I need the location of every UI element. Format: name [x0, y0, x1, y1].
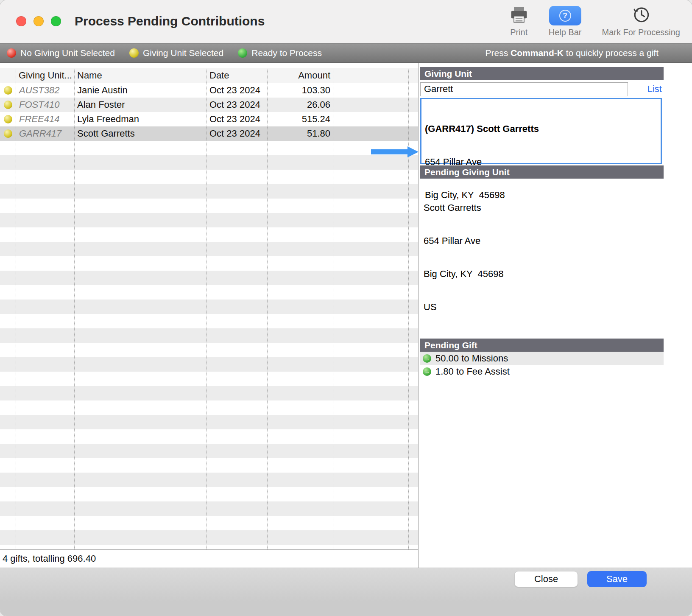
result-title: (GARR417) Scott Garretts [425, 123, 657, 134]
green-status-icon [238, 48, 247, 58]
giving-unit-section-header: Giving Unit [420, 67, 664, 80]
row-name: Lyla Freedman [74, 112, 206, 126]
print-button[interactable]: Print [510, 6, 528, 37]
gift-item-label: 1.80 to Fee Assist [435, 366, 510, 377]
row-date: Oct 23 2024 [206, 83, 267, 98]
clock-icon [632, 5, 650, 25]
header-name[interactable]: Name [74, 68, 206, 83]
row-amount: 515.24 [267, 112, 334, 126]
status-cell [0, 83, 16, 98]
save-button[interactable]: Save [587, 571, 647, 587]
titlebar: Process Pending Contributions Print ? [0, 0, 692, 43]
legend-label: Ready to Process [251, 48, 322, 58]
yellow-status-icon [4, 86, 12, 95]
row-amount: 103.30 [267, 83, 334, 98]
close-button[interactable]: Close [514, 571, 578, 587]
detail-panel: Giving Unit List (GARR417) Scott Garrett… [418, 63, 692, 568]
pending-giving-unit-section-header: Pending Giving Unit [420, 165, 664, 179]
pending-gift-section-header: Pending Gift [420, 339, 664, 352]
yellow-status-icon [4, 101, 12, 109]
row-unit-code: GARR417 [16, 126, 74, 141]
pending-gift-item[interactable]: → 1.80 to Fee Assist [420, 365, 664, 378]
row-name: Scott Garretts [74, 126, 206, 141]
row-extra-cell [334, 112, 418, 126]
close-window-button[interactable] [16, 16, 26, 26]
yellow-status-icon [4, 115, 12, 123]
giving-unit-search-result[interactable]: (GARR417) Scott Garretts 654 Pillar Ave … [420, 98, 662, 164]
row-name: Alan Foster [74, 98, 206, 112]
address-line: US [424, 302, 664, 313]
yellow-status-icon [4, 129, 12, 138]
row-extra-cell [334, 83, 418, 98]
status-cell [0, 112, 16, 126]
row-date: Oct 23 2024 [206, 126, 267, 141]
row-amount: 51.80 [267, 126, 334, 141]
yellow-status-icon [129, 48, 139, 58]
page-title: Process Pending Contributions [75, 14, 265, 28]
table-row[interactable]: FOST410 Alan Foster Oct 23 2024 26.06 [0, 98, 418, 112]
row-unit-code: FOST410 [16, 98, 74, 112]
row-extra-cell [334, 126, 418, 141]
mark-for-processing-label: Mark For Processing [602, 28, 681, 37]
help-bar-label: Help Bar [549, 28, 582, 37]
keyboard-shortcut-hint: Press Command-K to quickly process a gif… [486, 48, 659, 58]
green-arrow-icon: → [423, 367, 431, 376]
legend-label: Giving Unit Selected [143, 48, 223, 58]
minimize-window-button[interactable] [33, 16, 44, 26]
row-name: Janie Austin [74, 83, 206, 98]
address-line: Big City, KY 45698 [424, 269, 664, 280]
red-status-icon [7, 48, 16, 58]
gift-item-label: 50.00 to Missions [435, 353, 508, 364]
header-date[interactable]: Date [206, 68, 267, 83]
row-extra-cell [334, 98, 418, 112]
address-line: 654 Pillar Ave [424, 235, 664, 246]
header-giving-unit[interactable]: Giving Unit... [16, 68, 74, 83]
row-amount: 26.06 [267, 98, 334, 112]
giving-unit-search-row: List [420, 82, 664, 96]
panel-spacer [420, 378, 692, 575]
status-cell [0, 98, 16, 112]
printer-icon [510, 6, 528, 25]
header-amount[interactable]: Amount [267, 68, 334, 83]
green-arrow-icon: → [423, 354, 431, 363]
row-date: Oct 23 2024 [206, 98, 267, 112]
question-icon: ? [549, 6, 581, 25]
legend-label: No Giving Unit Selected [20, 48, 115, 58]
help-bar-button[interactable]: ? Help Bar [549, 6, 582, 37]
main-content: Giving Unit... Name Date Amount AUST382 … [0, 63, 692, 568]
contributions-table: Giving Unit... Name Date Amount AUST382 … [0, 63, 418, 568]
table-row-selected[interactable]: GARR417 Scott Garretts Oct 23 2024 51.80 [0, 126, 418, 141]
row-date: Oct 23 2024 [206, 112, 267, 126]
table-body: AUST382 Janie Austin Oct 23 2024 103.30 … [0, 83, 418, 549]
gifts-total-status: 4 gifts, totalling 696.40 [0, 549, 418, 568]
list-link[interactable]: List [647, 84, 662, 95]
table-row[interactable]: AUST382 Janie Austin Oct 23 2024 103.30 [0, 83, 418, 98]
action-buttons: Close Save [514, 571, 647, 587]
window-toolbar: Print ? Help Bar Mark For Processing [510, 5, 680, 37]
pending-giving-unit-address: Scott Garretts 654 Pillar Ave Big City, … [420, 179, 664, 335]
legend-ready-to-process: Ready to Process [238, 48, 322, 58]
header-extra-col [334, 68, 418, 83]
legend-bar: No Giving Unit Selected Giving Unit Sele… [0, 43, 692, 63]
table-header: Giving Unit... Name Date Amount [0, 68, 418, 83]
mark-for-processing-button[interactable]: Mark For Processing [602, 5, 681, 37]
giving-unit-search-input[interactable] [420, 82, 628, 96]
header-status-col [0, 68, 16, 83]
row-unit-code: AUST382 [16, 83, 74, 98]
row-unit-code: FREE414 [16, 112, 74, 126]
status-cell [0, 126, 16, 141]
table-row[interactable]: FREE414 Lyla Freedman Oct 23 2024 515.24 [0, 112, 418, 126]
print-label: Print [510, 28, 527, 37]
app-window: Process Pending Contributions Print ? [0, 0, 692, 616]
pending-gift-item[interactable]: → 50.00 to Missions [420, 352, 664, 365]
traffic-lights [16, 16, 61, 26]
legend-no-giving-unit: No Giving Unit Selected [7, 48, 115, 58]
address-line: Scott Garretts [424, 202, 664, 213]
bottom-bar: Close Save [0, 568, 692, 616]
zoom-window-button[interactable] [51, 16, 61, 26]
legend-giving-unit-selected: Giving Unit Selected [129, 48, 223, 58]
